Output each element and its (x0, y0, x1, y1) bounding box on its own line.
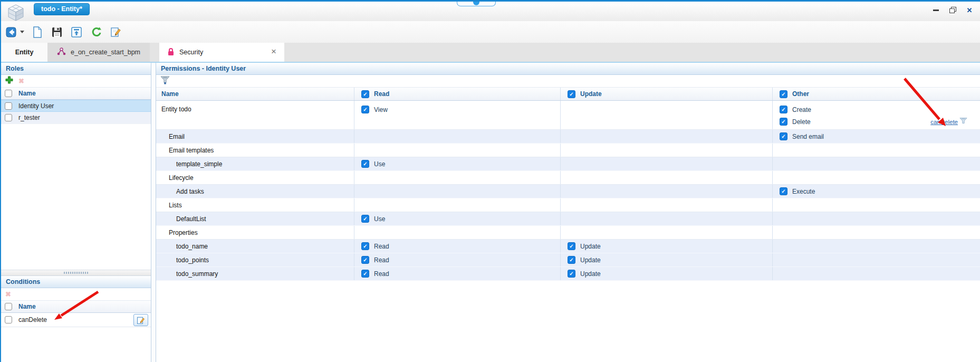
condition-row-candelete[interactable]: canDelete (1, 313, 151, 327)
minimize-button[interactable] (931, 6, 940, 14)
permission-name: Lifecycle (156, 171, 354, 184)
permission-row: Entity todo View Create Delete canDelete (156, 101, 980, 130)
permission-name: template_simple (156, 157, 354, 170)
permissions-toolbar (156, 75, 980, 88)
permission-row: template_simple Use (156, 157, 980, 171)
role-row-r-tester[interactable]: r_tester (1, 112, 151, 124)
select-all-roles-checkbox[interactable] (5, 90, 12, 97)
roles-grid-header: Name (1, 88, 151, 100)
update-checkbox[interactable] (568, 256, 575, 264)
permission-row: Lifecycle (156, 171, 980, 185)
panel-gap (151, 63, 156, 362)
permissions-panel-title: Permissions - Identity User (156, 63, 980, 75)
app-logo-cube-icon (5, 3, 26, 26)
permission-row: Email templates (156, 144, 980, 157)
candelete-condition-link[interactable]: canDelete (930, 119, 958, 125)
main-toolbar (1, 21, 980, 43)
permission-row: todo_name Read Update (156, 240, 980, 253)
execute-checkbox[interactable] (780, 187, 787, 195)
send-email-checkbox[interactable] (780, 132, 787, 140)
permission-name: todo_name (156, 240, 354, 253)
permissions-empty-area (156, 281, 980, 362)
delete-condition-icon[interactable] (5, 290, 11, 298)
permission-name: DefaultList (156, 212, 354, 225)
permissions-panel: Permissions - Identity User Name Read (156, 63, 980, 362)
select-all-conditions-checkbox[interactable] (5, 303, 12, 310)
read-checkbox[interactable] (361, 256, 369, 264)
create-checkbox[interactable] (780, 106, 787, 113)
tab-spacer (150, 43, 159, 62)
edit-condition-button[interactable] (133, 314, 148, 326)
new-document-icon[interactable] (31, 26, 44, 39)
condition-funnel-icon[interactable] (959, 117, 967, 126)
deploy-dropdown-icon[interactable] (20, 31, 24, 33)
column-header-name[interactable]: Name (156, 88, 354, 100)
application-window: { "window": { "title_tab": "todo - Entit… (0, 0, 980, 362)
roles-empty-area (1, 124, 151, 270)
filter-funnel-icon[interactable] (160, 75, 170, 87)
tab-security[interactable]: Security (159, 43, 284, 62)
conditions-empty-area (1, 327, 151, 362)
tab-e-on-create-start-bpm[interactable]: e_on_create_start_bpm (47, 43, 150, 62)
panel-splitter[interactable] (1, 270, 151, 276)
permission-name: todo_points (156, 253, 354, 266)
delete-checkbox[interactable] (780, 118, 787, 126)
export-icon[interactable] (70, 26, 83, 39)
roles-panel: Roles Name Identity User r_test (1, 63, 151, 270)
bpm-diagram-icon (57, 47, 66, 58)
tab-bpm-label: e_on_create_start_bpm (71, 49, 140, 56)
role-name: r_tester (18, 114, 40, 121)
tab-security-label: Security (179, 49, 203, 56)
role-row-identity-user[interactable]: Identity User (1, 100, 151, 112)
read-column-checkbox[interactable] (361, 90, 369, 98)
tab-entity[interactable]: Entity (1, 43, 47, 62)
read-checkbox[interactable] (361, 242, 369, 250)
editor-tab-bar: Entity e_on_create_start_bpm Security (1, 43, 980, 63)
collapse-panel-handle[interactable] (457, 2, 496, 6)
permission-row: Add tasks Execute (156, 185, 980, 198)
role-checkbox[interactable] (5, 102, 12, 110)
save-icon[interactable] (51, 26, 63, 39)
conditions-name-column-header: Name (18, 303, 36, 310)
permission-name: todo_summary (156, 267, 354, 280)
permission-row: Properties (156, 226, 980, 240)
left-panel: Roles Name Identity User r_test (1, 63, 151, 362)
permission-row: Lists (156, 198, 980, 212)
document-title-tab[interactable]: todo - Entity* (34, 3, 90, 15)
delete-role-icon[interactable] (18, 77, 24, 85)
permission-row: Email Send email (156, 130, 980, 144)
use-checkbox[interactable] (361, 160, 369, 168)
column-header-read[interactable]: Read (354, 88, 561, 100)
column-header-update[interactable]: Update (561, 88, 773, 100)
read-checkbox[interactable] (361, 270, 369, 278)
update-column-checkbox[interactable] (568, 90, 575, 98)
permission-name: Email templates (156, 144, 354, 157)
view-checkbox[interactable] (361, 106, 369, 113)
restore-button[interactable] (948, 6, 957, 14)
permission-row: todo_points Read Update (156, 253, 980, 267)
refresh-icon[interactable] (90, 26, 102, 39)
tab-entity-label: Entity (15, 49, 34, 56)
column-header-other[interactable]: Other (773, 88, 980, 100)
permission-row: DefaultList Use (156, 212, 980, 226)
add-role-icon[interactable] (5, 76, 13, 86)
role-checkbox[interactable] (5, 114, 12, 121)
use-checkbox[interactable] (361, 215, 369, 223)
main-content: Roles Name Identity User r_test (1, 63, 980, 362)
title-bar: todo - Entity* (1, 2, 980, 21)
close-tab-icon[interactable] (270, 47, 278, 56)
update-checkbox[interactable] (568, 242, 575, 250)
update-checkbox[interactable] (568, 270, 575, 278)
condition-checkbox[interactable] (5, 316, 12, 323)
role-name: Identity User (18, 102, 54, 110)
permission-name: Email (156, 130, 354, 143)
other-column-checkbox[interactable] (780, 90, 787, 98)
conditions-panel: Conditions Name canDelete (1, 276, 151, 362)
deploy-icon[interactable] (5, 26, 17, 39)
close-window-button[interactable] (965, 6, 974, 14)
roles-name-column-header: Name (18, 90, 36, 97)
edit-icon[interactable] (109, 26, 122, 39)
permission-name: Add tasks (156, 185, 354, 198)
permission-row: todo_summary Read Update (156, 267, 980, 281)
permission-name: Lists (156, 198, 354, 212)
